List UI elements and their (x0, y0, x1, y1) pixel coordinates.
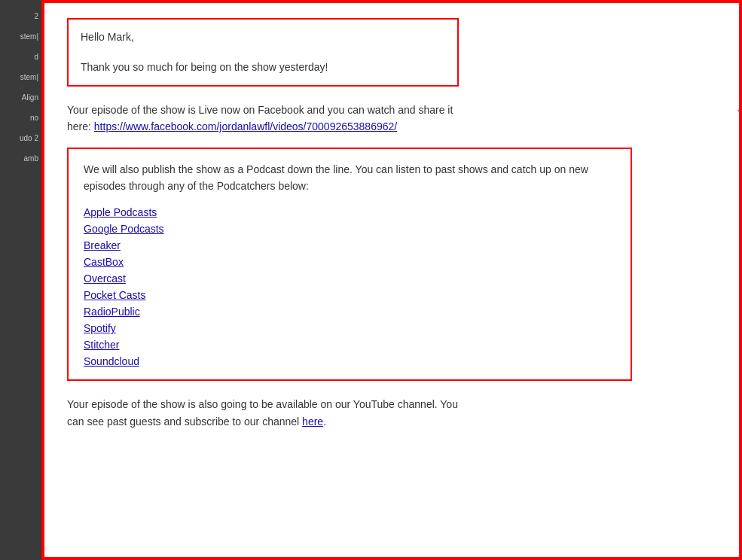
youtube-paragraph: Your episode of the show is also going t… (67, 396, 459, 430)
sidebar-item-stem2[interactable]: stem| (0, 67, 41, 87)
sidebar-item-2[interactable]: 2 (0, 6, 41, 26)
sidebar-item-udo2[interactable]: udo 2 (0, 128, 41, 148)
podcast-link-stitcher[interactable]: Stitcher (84, 339, 615, 351)
podcast-link-pocketcasts[interactable]: Pocket Casts (84, 289, 615, 301)
podcast-link-google[interactable]: Google Podcasts (84, 223, 615, 235)
arrow-right-indicator (737, 105, 742, 117)
youtube-text-after: . (323, 415, 326, 428)
sidebar-item-align[interactable]: Align (0, 87, 41, 108)
sidebar-item-d[interactable]: d (0, 47, 41, 67)
podcast-link-soundcloud[interactable]: Soundcloud (84, 355, 615, 367)
podcast-links-list: Apple Podcasts Google Podcasts Breaker C… (84, 206, 615, 367)
sidebar-item-amb[interactable]: amb (0, 148, 41, 169)
podcast-link-apple[interactable]: Apple Podcasts (84, 206, 615, 218)
main-content: Hello Mark, Thank you so much for being … (41, 0, 742, 560)
podcast-link-spotify[interactable]: Spotify (84, 322, 615, 334)
arrow-head (737, 105, 742, 117)
sidebar: 2 stem| d stem| Align no udo 2 amb (0, 0, 41, 560)
podcast-intro: We will also publish the show as a Podca… (84, 161, 615, 195)
greeting-line1: Hello Mark, (81, 29, 445, 45)
facebook-link[interactable]: https://www.facebook.com/jordanlawfl/vid… (94, 120, 397, 132)
youtube-text-before: Your episode of the show is also going t… (67, 398, 458, 427)
live-paragraph: Your episode of the show is Live now on … (67, 102, 459, 135)
greeting-box: Hello Mark, Thank you so much for being … (67, 18, 459, 87)
greeting-line2: Thank you so much for being on the show … (81, 59, 445, 75)
sidebar-item-no[interactable]: no (0, 108, 41, 128)
podcast-link-breaker[interactable]: Breaker (84, 239, 615, 251)
youtube-here-link[interactable]: here (302, 415, 323, 428)
podcast-link-castbox[interactable]: CastBox (84, 256, 615, 268)
sidebar-item-stem1[interactable]: stem| (0, 26, 41, 47)
podcast-link-overcast[interactable]: Overcast (84, 272, 615, 285)
podcast-link-radiopublic[interactable]: RadioPublic (84, 306, 615, 318)
podcast-box: We will also publish the show as a Podca… (67, 148, 632, 382)
